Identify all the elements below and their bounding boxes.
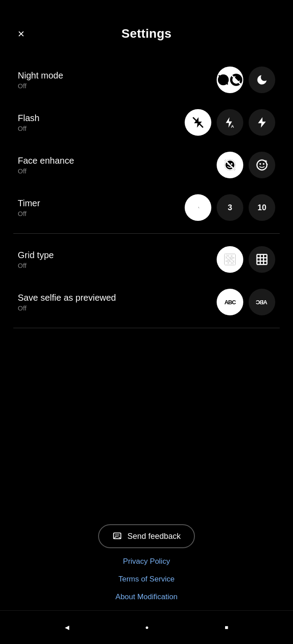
privacy-policy-link[interactable]: Privacy Policy <box>123 557 170 566</box>
grid-type-row: Grid type Off <box>0 238 293 281</box>
svg-point-16 <box>259 163 261 165</box>
night-mode-off-button[interactable] <box>217 67 243 93</box>
settings-list: Night mode Off <box>0 54 293 511</box>
grid-off-button[interactable] <box>217 246 243 273</box>
night-mode-value: Off <box>18 82 63 90</box>
timer-10-label: 10 <box>257 203 266 212</box>
save-selfie-controls: ABC ABC <box>217 289 275 315</box>
face-enhance-controls: ✦ ✦ <box>217 152 275 178</box>
selfie-mirrored-button[interactable]: ABC <box>249 289 275 315</box>
timer-value: Off <box>18 210 40 217</box>
face-enhance-name: Face enhance <box>18 156 74 166</box>
flash-row: Flash Off A <box>0 101 293 144</box>
selfie-normal-button[interactable]: ABC <box>217 289 243 315</box>
home-button[interactable]: ● <box>141 620 153 635</box>
grid-type-name: Grid type <box>18 250 54 260</box>
flash-label: Flash Off <box>18 113 40 132</box>
flash-off-button[interactable] <box>185 109 211 136</box>
footer: Send feedback Privacy Policy Terms of Se… <box>0 511 293 610</box>
night-mode-row: Night mode Off <box>0 59 293 101</box>
close-button[interactable]: × <box>18 28 24 39</box>
night-mode-on-button[interactable] <box>249 67 275 93</box>
about-link[interactable]: About Modification <box>115 593 178 601</box>
timer-3-button[interactable]: 3 <box>217 194 243 221</box>
flash-controls: A <box>185 109 275 136</box>
save-selfie-name: Save selfie as previewed <box>18 293 116 303</box>
timer-row: Timer Off 3 10 <box>0 186 293 229</box>
save-selfie-value: Off <box>18 304 116 312</box>
send-feedback-button[interactable]: Send feedback <box>98 524 195 548</box>
timer-off-button[interactable] <box>185 194 211 221</box>
grid-type-controls <box>217 246 275 273</box>
timer-10-button[interactable]: 10 <box>249 194 275 221</box>
night-mode-controls <box>217 67 275 93</box>
svg-text:A: A <box>231 124 234 129</box>
flash-name: Flash <box>18 113 40 123</box>
flash-auto-button[interactable]: A <box>217 109 243 136</box>
header: × Settings <box>0 0 293 54</box>
divider-1 <box>13 233 280 234</box>
face-enhance-label: Face enhance Off <box>18 156 74 175</box>
flash-value: Off <box>18 125 40 132</box>
bottom-nav: ◀ ● ■ <box>0 610 293 644</box>
terms-link[interactable]: Terms of Service <box>119 575 175 584</box>
grid-type-value: Off <box>18 262 54 269</box>
save-selfie-row: Save selfie as previewed Off ABC ABC <box>0 281 293 323</box>
divider-2 <box>13 328 280 328</box>
save-selfie-label: Save selfie as previewed Off <box>18 293 116 312</box>
feedback-icon <box>112 531 122 541</box>
svg-text:✦: ✦ <box>266 163 268 166</box>
timer-3-label: 3 <box>228 203 232 212</box>
timer-name: Timer <box>18 198 40 208</box>
recents-button[interactable]: ■ <box>220 620 233 635</box>
page-title: Settings <box>122 27 172 41</box>
selfie-mirrored-label: ABC <box>256 299 267 306</box>
face-enhance-off-button[interactable] <box>217 152 243 178</box>
svg-line-35 <box>225 255 235 265</box>
grid-type-label: Grid type Off <box>18 250 54 269</box>
night-mode-label: Night mode Off <box>18 71 63 90</box>
timer-label: Timer Off <box>18 198 40 217</box>
flash-on-button[interactable] <box>249 109 275 136</box>
face-enhance-row: Face enhance Off <box>0 144 293 186</box>
grid-on-button[interactable] <box>249 246 275 273</box>
timer-controls: 3 10 <box>185 194 275 221</box>
face-enhance-on-button[interactable]: ✦ ✦ <box>249 152 275 178</box>
back-button[interactable]: ◀ <box>60 620 74 635</box>
svg-point-13 <box>231 163 233 165</box>
selfie-normal-label: ABC <box>224 299 235 306</box>
send-feedback-label: Send feedback <box>127 532 181 541</box>
face-enhance-value: Off <box>18 167 74 175</box>
night-mode-name: Night mode <box>18 71 63 81</box>
